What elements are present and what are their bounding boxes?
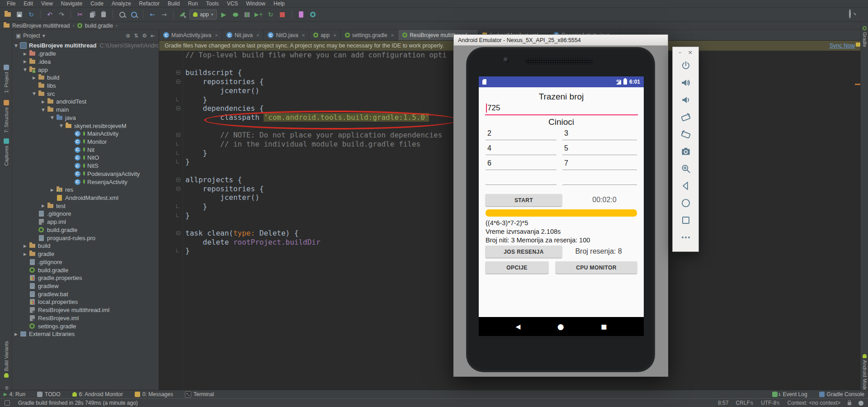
rerun-icon[interactable]: ↻ xyxy=(266,9,276,19)
tab-close-icon[interactable]: × xyxy=(391,33,394,38)
emulator-rotate-left-icon[interactable] xyxy=(673,109,698,126)
tree-item-mainactivity[interactable]: CMainActivity xyxy=(12,130,159,138)
breadcrumb-file[interactable]: build.gradle xyxy=(85,23,113,29)
tree-item-gradlew-bat[interactable]: gradlew.bat xyxy=(12,290,159,298)
factor-field[interactable]: 2 xyxy=(486,127,557,140)
options-button[interactable]: OPCIJE xyxy=(486,261,548,274)
tree-item-build-gradle[interactable]: build.gradle xyxy=(12,226,159,234)
tree-expand-arrow[interactable]: ▼ xyxy=(22,67,28,72)
fold-end-marker[interactable] xyxy=(176,151,179,155)
breadcrumb-project[interactable]: ResiBrojeve multithread xyxy=(12,23,70,29)
tree-expand-arrow[interactable]: ▶ xyxy=(22,244,28,248)
menu-item-code[interactable]: Code xyxy=(86,0,108,7)
nav-back-button[interactable]: ◀ xyxy=(516,323,521,330)
stripe-button-captures[interactable]: Captures xyxy=(0,138,12,166)
emulator-home-icon[interactable] xyxy=(673,194,698,212)
tree-item-src[interactable]: ▼src xyxy=(12,90,159,98)
tree-item-external-libraries[interactable]: ▶External Libraries xyxy=(12,330,159,338)
profile-icon[interactable] xyxy=(242,9,252,19)
tab-close-icon[interactable]: × xyxy=(333,33,336,38)
factor-field[interactable] xyxy=(562,172,637,185)
save-icon[interactable] xyxy=(14,9,24,19)
close-icon[interactable]: × xyxy=(688,49,693,56)
tree-item-nit[interactable]: CNit xyxy=(12,146,159,154)
emulator-power-icon[interactable] xyxy=(673,57,698,74)
tree-expand-arrow[interactable]: ▶ xyxy=(22,252,28,256)
debug-icon[interactable] xyxy=(231,9,241,19)
tree-item-proguard-rules-pro[interactable]: proguard-rules.pro xyxy=(12,234,159,242)
open-icon[interactable] xyxy=(3,9,13,19)
tree-item-gradle-properties[interactable]: gradle.properties xyxy=(12,274,159,282)
menu-item-navigate[interactable]: Navigate xyxy=(57,0,86,7)
menu-item-build[interactable]: Build xyxy=(164,0,184,7)
tree-item-nito[interactable]: CNitO xyxy=(12,154,159,162)
stripe-button----project[interactable]: 1: Project xyxy=(0,65,12,93)
factor-field[interactable]: 7 xyxy=(562,157,637,170)
cut-icon[interactable]: ✂ xyxy=(75,9,85,19)
copy-icon[interactable] xyxy=(87,9,97,19)
emulator-zoom-icon[interactable] xyxy=(673,160,698,177)
tree-item-podesavanjaactivity[interactable]: CPodesavanjaActivity xyxy=(12,170,159,178)
collapse-all-icon[interactable]: ⇅ xyxy=(134,33,138,38)
tree-item-resibrojeve-iml[interactable]: ResiBrojeve.iml xyxy=(12,314,159,322)
toolwindow-button-4--run[interactable]: ▶4: Run xyxy=(4,391,25,398)
menu-item-vcs[interactable]: VCS xyxy=(223,0,242,7)
tree-item-test[interactable]: ▶test xyxy=(12,202,159,210)
project-panel-title[interactable]: Project xyxy=(23,33,40,39)
stripe-button-android-model[interactable]: Android Model xyxy=(861,354,868,392)
fold-marker[interactable]: − xyxy=(176,231,180,235)
fold-marker[interactable]: − xyxy=(176,71,180,75)
stripe-button-gradle[interactable]: Gradle xyxy=(861,26,868,47)
tree-item-resibrojeve-multithread[interactable]: ▼ResiBrojeve multithreadC:\Users\Skynet\… xyxy=(12,42,159,50)
toolwindow-button-terminal[interactable]: >_Terminal xyxy=(185,391,214,398)
menu-item-analyze[interactable]: Analyze xyxy=(108,0,135,7)
toolwindow-button-6--android-monitor[interactable]: 6: Android Monitor xyxy=(72,391,123,398)
menu-item-refactor[interactable]: Refactor xyxy=(135,0,164,7)
emulator-more-icon[interactable] xyxy=(673,229,698,246)
menu-item-window[interactable]: Window xyxy=(242,0,269,7)
fold-marker[interactable]: − xyxy=(176,80,180,84)
tree-item-skynet-resibrojevem[interactable]: ▼skynet.resibrojeveM xyxy=(12,122,159,130)
fold-end-marker[interactable] xyxy=(176,142,179,146)
stripe-button----structure[interactable]: 7: Structure xyxy=(0,100,12,133)
tree-item-libs[interactable]: libs xyxy=(12,82,159,90)
tree-expand-arrow[interactable]: ▼ xyxy=(40,108,47,112)
tree-item-androidmanifest-xml[interactable]: AndroidManifest.xml xyxy=(12,194,159,202)
tree-item--gitignore[interactable]: .gitignore xyxy=(12,210,159,218)
menu-item-view[interactable]: View xyxy=(37,0,57,7)
forward-icon[interactable]: → xyxy=(159,9,169,19)
fold-end-marker[interactable] xyxy=(176,213,179,217)
emulator-title-bar[interactable]: Android Emulator - Nexus_5X_API_25_x86:5… xyxy=(454,35,668,46)
factor-field[interactable]: 5 xyxy=(562,142,637,155)
tree-item-settings-gradle[interactable]: settings.gradle xyxy=(12,322,159,330)
cpu-monitor-button[interactable]: CPU MONITOR xyxy=(556,261,637,274)
replace-icon[interactable] xyxy=(129,9,139,19)
menu-item-run[interactable]: Run xyxy=(184,0,202,7)
avd-manager-icon[interactable] xyxy=(296,9,306,19)
gear-icon[interactable]: ⚙ xyxy=(142,33,147,38)
factor-field[interactable] xyxy=(486,172,557,185)
tab-close-icon[interactable]: × xyxy=(215,33,217,38)
tree-expand-arrow[interactable]: ▼ xyxy=(31,91,38,96)
sync-icon[interactable]: ↻ xyxy=(26,9,36,19)
emulator-back-icon[interactable] xyxy=(673,177,698,194)
tree-item-app-iml[interactable]: app.iml xyxy=(12,218,159,226)
tree-item-monitor[interactable]: CMonitor xyxy=(12,138,159,146)
minimize-icon[interactable]: – xyxy=(679,49,682,56)
make-project-icon[interactable] xyxy=(178,9,188,19)
toolwindow-button-todo[interactable]: TODO xyxy=(37,391,60,398)
tree-item-resibrojeve-multithread-iml[interactable]: ResiBrojeve multithread.iml xyxy=(12,306,159,314)
fold-marker[interactable]: − xyxy=(176,133,180,137)
fold-marker[interactable]: − xyxy=(176,187,180,191)
menu-item-help[interactable]: Help xyxy=(269,0,289,7)
tree-expand-arrow[interactable]: ▶ xyxy=(22,52,28,56)
editor-tab-nito-java[interactable]: CNitO.java× xyxy=(264,30,309,40)
sync-now-link[interactable]: Sync Now xyxy=(830,43,855,49)
tree-item-nits[interactable]: CNitS xyxy=(12,162,159,170)
emulator-overview-icon[interactable] xyxy=(673,212,698,229)
tree-item-res[interactable]: ▶res xyxy=(12,186,159,194)
tree-item-build[interactable]: ▶build xyxy=(12,74,159,82)
redo-icon[interactable]: ↷ xyxy=(57,9,66,19)
toolwindow-button-0--messages[interactable]: 0: Messages xyxy=(135,391,173,398)
menu-item-edit[interactable]: Edit xyxy=(19,0,37,7)
